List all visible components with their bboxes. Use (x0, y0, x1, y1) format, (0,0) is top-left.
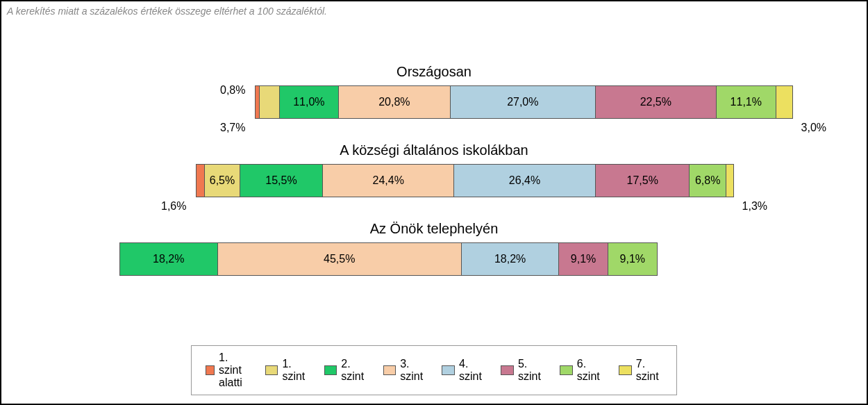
bar-segment: 24,4% (323, 165, 454, 197)
legend-label: 7. szint (636, 358, 662, 383)
chart-block: Országosan0,8%3,7%3,0%11,0%20,8%27,0%22,… (1, 64, 867, 119)
bar-segment: 6,8% (690, 165, 726, 197)
bar-segment: 15,5% (240, 165, 324, 197)
bar-segment: 6,5% (205, 165, 240, 197)
legend-item: 1. szint (265, 358, 309, 383)
legend-label: 2. szint (341, 358, 367, 383)
bar-segment: 17,5% (596, 165, 690, 197)
legend-item: 1. szint alatti (206, 352, 250, 389)
bar-segment: 18,2% (120, 243, 218, 275)
chart-block: Az Önök telephelyén18,2%45,5%18,2%9,1%9,… (1, 221, 867, 276)
bar-segment: 18,2% (462, 243, 560, 275)
legend-label: 3. szint (400, 358, 426, 383)
legend-swatch (206, 365, 215, 375)
stacked-bar: 18,2%45,5%18,2%9,1%9,1% (119, 242, 658, 276)
chart-block: A községi általános iskolákban1,6%1,3%6,… (1, 142, 867, 197)
legend-swatch (619, 365, 632, 375)
bar-wrap: 0,8%3,7%3,0%11,0%20,8%27,0%22,5%11,1% (255, 85, 793, 119)
external-label: 3,0% (801, 122, 826, 134)
bar-wrap: 1,6%1,3%6,5%15,5%24,4%26,4%17,5%6,8% (196, 164, 734, 197)
bar-segment (260, 86, 280, 118)
bar-segment: 9,1% (608, 243, 657, 275)
legend-swatch (324, 365, 337, 375)
legend: 1. szint alatti1. szint2. szint3. szint4… (191, 345, 677, 395)
bar-segment (197, 165, 205, 197)
stacked-bar: 11,0%20,8%27,0%22,5%11,1% (255, 85, 793, 119)
external-label: 1,6% (161, 200, 186, 213)
legend-swatch (560, 365, 573, 375)
external-label: 3,7% (220, 122, 245, 134)
bar-segment: 22,5% (596, 86, 717, 118)
bar-segment: 11,0% (280, 86, 339, 118)
legend-item: 6. szint (560, 358, 603, 383)
legend-label: 1. szint (282, 358, 308, 383)
legend-swatch (383, 365, 397, 375)
legend-label: 6. szint (577, 358, 603, 383)
chart-title: A községi általános iskolákban (1, 142, 867, 158)
bar-segment: 9,1% (559, 243, 608, 275)
legend-item: 3. szint (383, 358, 427, 383)
legend-swatch (442, 365, 455, 375)
legend-item: 4. szint (442, 358, 485, 383)
external-label: 1,3% (742, 200, 767, 213)
bar-wrap: 18,2%45,5%18,2%9,1%9,1% (119, 242, 658, 276)
bar-segment (776, 86, 792, 118)
bar-segment: 11,1% (717, 86, 776, 118)
bar-segment: 45,5% (218, 243, 462, 275)
legend-label: 5. szint (518, 358, 544, 383)
bar-segment: 27,0% (451, 86, 596, 118)
legend-label: 4. szint (459, 358, 485, 383)
legend-swatch (265, 365, 278, 375)
legend-label: 1. szint alatti (219, 352, 250, 389)
legend-swatch (501, 365, 514, 375)
legend-item: 5. szint (501, 358, 544, 383)
bar-segment: 26,4% (454, 165, 596, 197)
chart-title: Az Önök telephelyén (1, 221, 867, 237)
chart-frame: A kerekítés miatt a százalékos értékek ö… (0, 0, 868, 405)
legend-item: 7. szint (619, 358, 662, 383)
charts-container: Országosan0,8%3,7%3,0%11,0%20,8%27,0%22,… (1, 64, 867, 299)
bar-segment: 20,8% (339, 86, 451, 118)
external-label: 0,8% (220, 84, 245, 97)
bar-segment (726, 165, 733, 197)
rounding-note: A kerekítés miatt a százalékos értékek ö… (7, 6, 327, 17)
legend-item: 2. szint (324, 358, 368, 383)
chart-title: Országosan (1, 64, 867, 80)
stacked-bar: 6,5%15,5%24,4%26,4%17,5%6,8% (196, 164, 734, 197)
